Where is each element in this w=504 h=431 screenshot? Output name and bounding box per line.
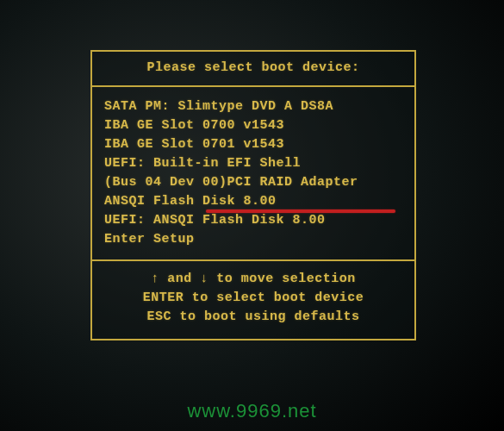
boot-item-uefi-ansqi-flash[interactable]: UEFI: ANSQI Flash Disk 8.00: [104, 211, 406, 230]
boot-device-dialog: Please select boot device: SATA PM: Slim…: [90, 50, 416, 340]
help-text-move: to move selection: [208, 272, 356, 286]
annotation-red-underline: [206, 209, 395, 213]
help-line-move: ↑ and ↓ to move selection: [99, 270, 408, 289]
boot-item-enter-setup[interactable]: Enter Setup: [104, 230, 406, 249]
boot-device-list: SATA PM: Slimtype DVD A DS8A IBA GE Slot…: [92, 87, 414, 261]
arrow-up-icon: ↑: [151, 270, 159, 289]
watermark-text: www.9969.net: [0, 400, 504, 422]
boot-item-iba-0700[interactable]: IBA GE Slot 0700 v1543: [104, 116, 406, 135]
help-line-esc: ESC to boot using defaults: [99, 308, 408, 327]
boot-item-sata-dvd[interactable]: SATA PM: Slimtype DVD A DS8A: [104, 97, 406, 116]
help-line-enter: ENTER to select boot device: [99, 289, 408, 308]
boot-item-ansqi-flash[interactable]: ANSQI Flash Disk 8.00: [104, 192, 406, 211]
boot-item-uefi-shell[interactable]: UEFI: Built-in EFI Shell: [104, 154, 406, 173]
arrow-down-icon: ↓: [200, 270, 208, 289]
dialog-title: Please select boot device:: [92, 52, 414, 87]
boot-item-pci-raid[interactable]: (Bus 04 Dev 00)PCI RAID Adapter: [104, 173, 406, 192]
help-text-and: and: [159, 272, 201, 286]
help-text: ↑ and ↓ to move selection ENTER to selec…: [92, 261, 414, 339]
boot-item-iba-0701[interactable]: IBA GE Slot 0701 v1543: [104, 135, 406, 154]
